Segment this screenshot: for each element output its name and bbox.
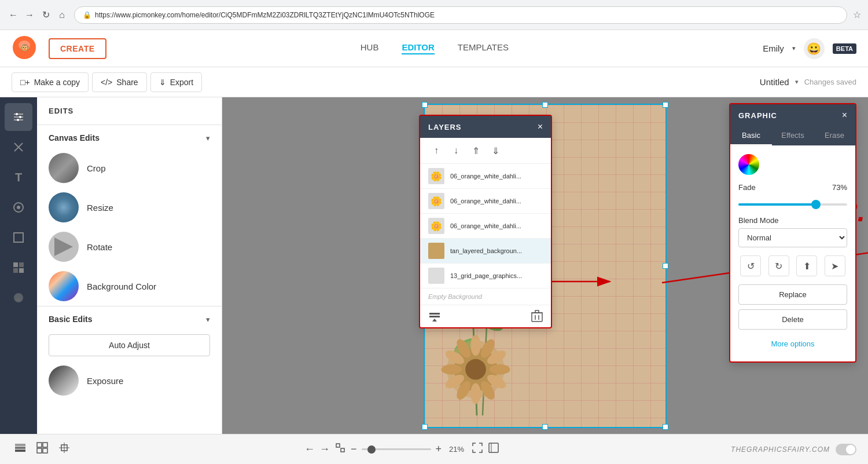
layer-move-down-button[interactable]: ↓	[448, 143, 464, 159]
layer-move-up-button[interactable]: ↑	[428, 143, 444, 159]
url-bar[interactable]: 🔒 https://www.picmonkey.com/home/editor/…	[74, 6, 847, 24]
more-options-button[interactable]: More options	[738, 334, 847, 353]
rotate-left-button[interactable]: ↺	[740, 255, 761, 276]
blend-mode-select[interactable]: Normal Multiply Screen Overlay Darken Li…	[738, 228, 847, 247]
flip-vertical-button[interactable]: ⬆	[796, 255, 817, 276]
user-name[interactable]: Emily	[763, 43, 784, 53]
sidebar-icon-text[interactable]: T	[5, 163, 32, 191]
svg-rect-90	[532, 313, 542, 321]
lock-icon: 🔒	[83, 11, 91, 19]
fullscreen-button[interactable]	[488, 442, 499, 456]
back-button[interactable]: ←	[7, 9, 20, 21]
rotate-item[interactable]: Rotate	[37, 227, 222, 266]
graphic-tab-erase[interactable]: Erase	[814, 126, 855, 145]
make-copy-button[interactable]: □+ Make a copy	[12, 72, 89, 92]
zoom-fit-button[interactable]	[334, 442, 346, 456]
graphic-tab-basic[interactable]: Basic	[730, 126, 772, 145]
center-align-button[interactable]	[56, 439, 73, 459]
crop-item[interactable]: Crop	[37, 148, 222, 188]
changes-saved-text: Changes saved	[804, 78, 856, 86]
svg-marker-20	[54, 238, 73, 256]
canvas-area[interactable]: 1. 2. LAYERS × ↑ ↓ ⇑ ⇓ 🌼 06_or	[222, 97, 868, 434]
sidebar-icon-edits[interactable]	[5, 103, 32, 131]
watermark-toggle[interactable]	[836, 444, 856, 455]
graphic-close-button[interactable]: ×	[842, 110, 847, 120]
sidebar-icon-scissors[interactable]	[5, 133, 32, 161]
templates-link[interactable]: TEMPLATES	[458, 42, 509, 54]
auto-adjust-button[interactable]: Auto Adjust	[49, 334, 210, 356]
layer-item-selected[interactable]: tan_layered_backgroun...	[420, 239, 551, 264]
layer-move-top-button[interactable]: ⇑	[468, 143, 484, 159]
sidebar-icon-textures[interactable]	[5, 254, 32, 282]
main-area: T	[0, 97, 868, 434]
undo-button[interactable]: ←	[304, 443, 315, 455]
logo[interactable]: 🐵	[12, 35, 37, 63]
canvas-edits-header[interactable]: Canvas Edits ▾	[37, 125, 222, 148]
crop-label: Crop	[87, 163, 106, 173]
selection-handle-br[interactable]	[663, 424, 668, 430]
background-color-item[interactable]: Background Color	[37, 266, 222, 306]
svg-text:🐵: 🐵	[20, 43, 30, 53]
export-button[interactable]: ⇓ Export	[150, 72, 202, 92]
share-button[interactable]: </> Share	[92, 72, 147, 92]
graphic-tab-effects[interactable]: Effects	[772, 126, 814, 145]
fit-to-window-button[interactable]	[472, 442, 483, 456]
zoom-out-button[interactable]: −	[351, 443, 357, 455]
layers-close-button[interactable]: ×	[538, 122, 543, 132]
sidebar-icon-graphics[interactable]	[5, 193, 32, 221]
selection-handle-tr[interactable]	[663, 102, 668, 108]
copy-icon: □+	[20, 78, 30, 87]
zoom-slider[interactable]	[362, 448, 431, 450]
selection-handle-tm[interactable]	[542, 102, 548, 108]
home-button[interactable]: ⌂	[56, 9, 68, 21]
rotate-right-button[interactable]: ↻	[768, 255, 789, 276]
resize-item[interactable]: Resize	[37, 188, 222, 227]
fade-slider[interactable]	[738, 203, 847, 206]
layers-delete-button[interactable]	[531, 310, 543, 323]
reload-button[interactable]: ↻	[39, 9, 52, 21]
svg-rect-87	[429, 313, 440, 315]
zoom-in-button[interactable]: +	[436, 443, 442, 455]
editor-link[interactable]: EDITOR	[402, 42, 434, 54]
selection-handle-tl[interactable]	[422, 102, 428, 108]
selection-handle-mr[interactable]	[663, 263, 668, 269]
zoom-percent: 21%	[446, 445, 467, 454]
delete-button[interactable]: Delete	[738, 309, 847, 330]
doc-title[interactable]: Untitled	[760, 77, 789, 87]
bottom-left	[12, 439, 73, 459]
top-nav: 🐵 CREATE HUB EDITOR TEMPLATES Emily ▾ 😀 …	[0, 30, 868, 67]
empty-background-label: Empty Background	[420, 288, 551, 305]
svg-rect-106	[341, 448, 344, 452]
redo-button[interactable]: →	[319, 443, 330, 455]
svg-rect-15	[13, 262, 18, 267]
crop-thumbnail	[49, 153, 79, 183]
layer-item[interactable]: 🌼 06_orange_white_dahli...	[420, 214, 551, 239]
layer-item[interactable]: 13_grid_page_graphics...	[420, 264, 551, 288]
flip-horizontal-button[interactable]: ➤	[825, 255, 845, 276]
create-button[interactable]: CREATE	[49, 38, 106, 59]
layer-move-bottom-button[interactable]: ⇓	[487, 143, 503, 159]
selection-handle-bm[interactable]	[542, 424, 548, 430]
basic-edits-header[interactable]: Basic Edits ▾	[37, 306, 222, 330]
svg-point-8	[19, 116, 21, 118]
resize-label: Resize	[87, 203, 113, 213]
hub-link[interactable]: HUB	[361, 42, 379, 54]
layers-toggle-button[interactable]	[12, 439, 29, 459]
resize-thumbnail	[49, 192, 79, 222]
svg-point-37	[441, 364, 462, 374]
layer-item[interactable]: 🌼 06_orange_white_dahli...	[420, 164, 551, 189]
avatar[interactable]: 😀	[804, 38, 825, 59]
color-wheel-icon[interactable]	[738, 154, 759, 175]
layers-panel: LAYERS × ↑ ↓ ⇑ ⇓ 🌼 06_orange_white_dahli…	[419, 115, 552, 328]
grid-toggle-button[interactable]	[34, 439, 51, 459]
forward-button[interactable]: →	[23, 9, 36, 21]
layers-merge-button[interactable]	[428, 310, 441, 323]
sidebar-icon-frames[interactable]	[5, 224, 32, 251]
sidebar-icon-photos[interactable]	[5, 284, 32, 312]
layer-item[interactable]: 🌼 06_orange_white_dahli...	[420, 189, 551, 214]
exposure-item[interactable]: Exposure	[37, 361, 222, 400]
basic-edits-chevron-icon: ▾	[206, 315, 210, 324]
replace-button[interactable]: Replace	[738, 284, 847, 305]
bookmark-icon[interactable]: ☆	[853, 9, 861, 20]
selection-handle-bl[interactable]	[422, 424, 428, 430]
